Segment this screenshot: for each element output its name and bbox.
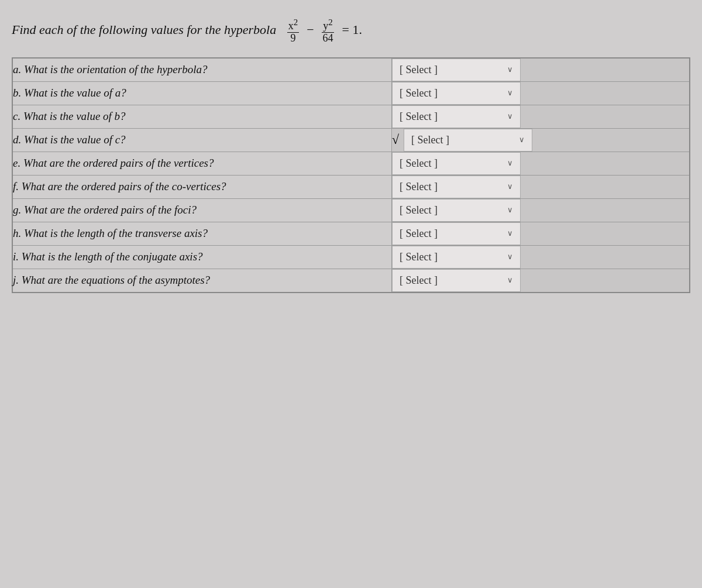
table-row-j: j. What are the equations of the asympto… (12, 269, 690, 293)
answer-cell-e: [ Select ]∨ (391, 152, 690, 175)
answer-cell-d: √[ Select ]∨ (391, 128, 690, 152)
select-label-f: [ Select ] (400, 181, 438, 193)
select-dropdown-c[interactable]: [ Select ]∨ (392, 105, 521, 128)
questions-table: a. What is the orientation of the hyperb… (12, 57, 690, 293)
select-dropdown-b[interactable]: [ Select ]∨ (392, 82, 521, 105)
answer-inner-a: [ Select ]∨ (392, 59, 689, 81)
answer-inner-e: [ Select ]∨ (392, 152, 689, 175)
title-prefix: Find each of the following values for th… (12, 22, 276, 37)
answer-cell-j: [ Select ]∨ (391, 269, 690, 293)
chevron-down-icon-e: ∨ (507, 159, 513, 168)
question-cell-c: c. What is the value of b? (12, 105, 391, 128)
answer-cell-f: [ Select ]∨ (391, 175, 690, 198)
table-row-f: f. What are the ordered pairs of the co-… (12, 175, 690, 198)
table-row-c: c. What is the value of b?[ Select ]∨ (12, 105, 690, 128)
table-row-a: a. What is the orientation of the hyperb… (12, 58, 690, 82)
table-row-b: b. What is the value of a?[ Select ]∨ (12, 81, 690, 105)
select-dropdown-a[interactable]: [ Select ]∨ (392, 59, 521, 81)
chevron-down-icon-g: ∨ (507, 205, 513, 215)
answer-cell-i: [ Select ]∨ (391, 245, 690, 269)
chevron-down-icon-i: ∨ (507, 252, 513, 262)
question-cell-j: j. What are the equations of the asympto… (12, 269, 391, 293)
equation: x2 9 − y2 64 = 1. (286, 22, 362, 37)
table-row-d: d. What is the value of c?√[ Select ]∨ (12, 128, 690, 152)
select-label-e: [ Select ] (400, 157, 438, 170)
question-cell-b: b. What is the value of a? (12, 81, 391, 105)
table-row-i: i. What is the length of the conjugate a… (12, 245, 690, 269)
answer-inner-i: [ Select ]∨ (392, 246, 689, 269)
question-cell-i: i. What is the length of the conjugate a… (12, 245, 391, 269)
select-dropdown-h[interactable]: [ Select ]∨ (392, 222, 521, 245)
select-label-a: [ Select ] (400, 64, 438, 76)
select-label-c: [ Select ] (400, 111, 438, 123)
select-dropdown-g[interactable]: [ Select ]∨ (392, 199, 521, 222)
question-cell-h: h. What is the length of the transverse … (12, 222, 391, 245)
select-label-d: [ Select ] (411, 134, 449, 146)
answer-inner-h: [ Select ]∨ (392, 222, 689, 245)
select-label-h: [ Select ] (400, 228, 438, 240)
select-dropdown-d[interactable]: [ Select ]∨ (404, 129, 532, 152)
answer-inner-f: [ Select ]∨ (392, 176, 689, 198)
chevron-down-icon-j: ∨ (507, 276, 513, 285)
answer-inner-b: [ Select ]∨ (392, 82, 689, 105)
select-dropdown-f[interactable]: [ Select ]∨ (392, 176, 521, 198)
select-label-g: [ Select ] (400, 204, 438, 216)
answer-cell-c: [ Select ]∨ (391, 105, 690, 128)
select-dropdown-j[interactable]: [ Select ]∨ (392, 269, 521, 292)
select-label-b: [ Select ] (400, 87, 438, 99)
question-cell-e: e. What are the ordered pairs of the ver… (12, 152, 391, 175)
question-cell-f: f. What are the ordered pairs of the co-… (12, 175, 391, 198)
table-row-g: g. What are the ordered pairs of the foc… (12, 198, 690, 222)
answer-inner-c: [ Select ]∨ (392, 105, 689, 128)
select-dropdown-e[interactable]: [ Select ]∨ (392, 152, 521, 175)
answer-cell-g: [ Select ]∨ (391, 198, 690, 222)
chevron-down-icon-h: ∨ (507, 229, 513, 238)
question-cell-g: g. What are the ordered pairs of the foc… (12, 198, 391, 222)
answer-inner-j: [ Select ]∨ (392, 269, 689, 292)
question-cell-a: a. What is the orientation of the hyperb… (12, 58, 391, 82)
select-dropdown-i[interactable]: [ Select ]∨ (392, 246, 521, 269)
page-title: Find each of the following values for th… (12, 18, 690, 44)
table-row-e: e. What are the ordered pairs of the ver… (12, 152, 690, 175)
answer-inner-d: √[ Select ]∨ (392, 129, 689, 152)
select-label-j: [ Select ] (400, 274, 438, 287)
answer-cell-b: [ Select ]∨ (391, 81, 690, 105)
sqrt-symbol: √ (392, 132, 399, 147)
question-cell-d: d. What is the value of c? (12, 128, 391, 152)
chevron-down-icon-d: ∨ (519, 135, 525, 145)
answer-cell-h: [ Select ]∨ (391, 222, 690, 245)
chevron-down-icon-f: ∨ (507, 182, 513, 191)
chevron-down-icon-c: ∨ (507, 112, 513, 121)
chevron-down-icon-b: ∨ (507, 88, 513, 98)
select-label-i: [ Select ] (400, 251, 438, 263)
answer-inner-g: [ Select ]∨ (392, 199, 689, 222)
answer-cell-a: [ Select ]∨ (391, 58, 690, 82)
chevron-down-icon-a: ∨ (507, 65, 513, 74)
table-row-h: h. What is the length of the transverse … (12, 222, 690, 245)
